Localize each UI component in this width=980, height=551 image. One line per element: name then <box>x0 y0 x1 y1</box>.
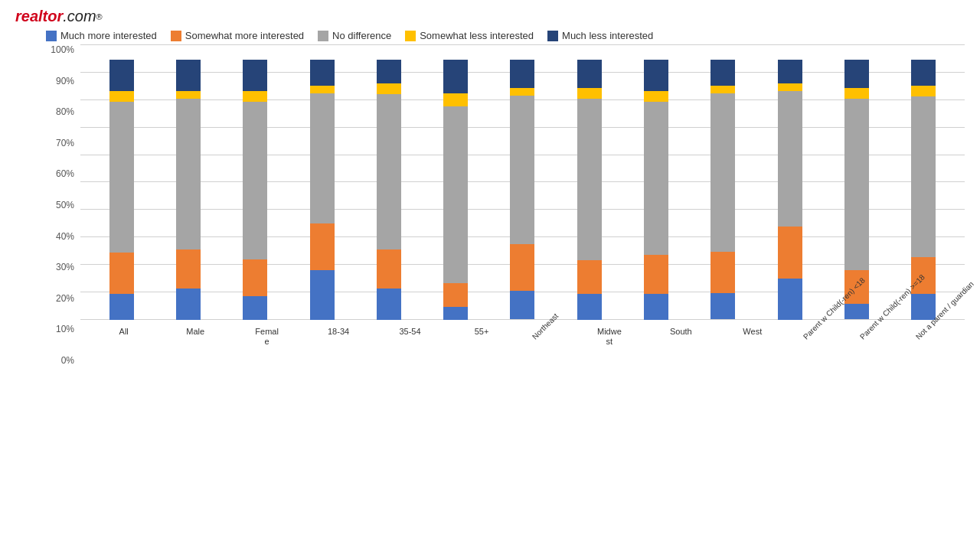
segment-somewhat_more <box>176 249 201 289</box>
segment-much_more <box>577 294 602 320</box>
bar-group <box>109 60 134 320</box>
segment-somewhat_more <box>778 227 802 279</box>
page: realtor .com ® Much more interestedSomew… <box>0 0 980 551</box>
legend-item: Somewhat more interested <box>171 30 304 41</box>
y-axis-label: 80% <box>56 106 74 117</box>
x-axis-label: 55+ <box>469 324 495 337</box>
stacked-bar <box>109 60 134 320</box>
legend-item: Much less interested <box>547 30 653 41</box>
x-axis-label: Male <box>182 324 208 337</box>
stacked-bar <box>443 60 468 320</box>
x-axis-label: Midwest <box>596 324 622 347</box>
segment-much_less <box>243 60 267 91</box>
x-labels: AllMaleFemale18-3435-5455+NortheastMidwe… <box>80 320 965 396</box>
segment-much_more <box>710 293 735 319</box>
segment-no_diff <box>310 93 335 223</box>
segment-somewhat_less <box>844 88 869 99</box>
stacked-bar <box>377 60 401 320</box>
segment-somewhat_more <box>510 244 534 291</box>
segment-much_more <box>310 270 335 320</box>
segment-much_less <box>377 60 401 83</box>
segment-much_less <box>176 60 201 91</box>
bar-group <box>778 60 802 320</box>
segment-somewhat_less <box>710 86 735 93</box>
segment-somewhat_less <box>911 86 936 96</box>
x-axis-label: South <box>668 324 694 337</box>
segment-much_less <box>577 60 602 88</box>
segment-somewhat_less <box>510 88 534 96</box>
segment-much_more <box>377 289 401 320</box>
logo-text: realtor <box>15 8 63 25</box>
legend-label: Much less interested <box>562 30 653 41</box>
segment-somewhat_more <box>710 252 735 293</box>
segment-much_more <box>443 307 468 320</box>
x-axis-label: 35-54 <box>397 324 423 337</box>
legend-color <box>318 31 328 41</box>
bar-group <box>577 60 602 320</box>
segment-no_diff <box>911 96 936 257</box>
x-axis-label: West <box>740 324 766 337</box>
segment-much_more <box>844 304 869 319</box>
segment-much_less <box>443 60 468 93</box>
segment-somewhat_more <box>377 249 401 289</box>
y-axis-label: 40% <box>56 231 74 242</box>
legend-label: Somewhat less interested <box>420 30 534 41</box>
bar-group <box>176 60 201 320</box>
segment-no_diff <box>109 102 134 253</box>
segment-somewhat_more <box>243 259 267 296</box>
legend-color <box>405 31 416 41</box>
logo: realtor .com ® <box>15 8 103 25</box>
segment-no_diff <box>577 99 602 260</box>
segment-somewhat_less <box>644 91 668 102</box>
x-axis-label: 18-34 <box>325 324 351 337</box>
segment-somewhat_more <box>577 260 602 294</box>
logo-registered: ® <box>96 12 103 21</box>
legend-color <box>547 31 558 41</box>
segment-no_diff <box>778 91 802 227</box>
x-axis-label: Female <box>254 324 280 347</box>
stacked-bar <box>510 60 534 320</box>
bar-group <box>443 60 468 320</box>
segment-somewhat_more <box>443 283 468 307</box>
y-axis-label: 30% <box>56 262 74 272</box>
y-axis-label: 100% <box>51 44 74 55</box>
segment-much_more <box>644 294 668 320</box>
y-axis-label: 50% <box>56 200 74 210</box>
y-axis-label: 90% <box>56 76 74 86</box>
bar-group <box>310 60 335 320</box>
segment-somewhat_less <box>310 86 335 93</box>
legend-item: No difference <box>318 30 391 41</box>
x-axis-label: All <box>111 324 137 337</box>
segment-somewhat_less <box>577 88 602 99</box>
stacked-bar <box>778 60 802 320</box>
segment-much_less <box>109 60 134 91</box>
legend-label: Much more interested <box>60 30 157 41</box>
chart-inner: AllMaleFemale18-3435-5455+NortheastMidwe… <box>80 44 965 396</box>
segment-much_more <box>778 279 802 320</box>
segment-somewhat_less <box>243 91 267 102</box>
legend-label: No difference <box>332 30 391 41</box>
segment-no_diff <box>510 96 534 244</box>
bars-container <box>80 44 965 320</box>
segment-no_diff <box>710 93 735 252</box>
segment-somewhat_less <box>176 91 201 99</box>
segment-somewhat_less <box>778 83 802 91</box>
segment-much_less <box>644 60 668 91</box>
segment-somewhat_more <box>109 253 134 294</box>
bar-group <box>377 60 401 320</box>
stacked-bar <box>243 60 267 320</box>
y-axis-label: 60% <box>56 168 74 179</box>
segment-much_more <box>176 289 201 320</box>
segment-no_diff <box>644 102 668 255</box>
y-axis-label: 0% <box>61 355 74 366</box>
segment-much_less <box>844 60 869 88</box>
stacked-bar <box>176 60 201 320</box>
segment-no_diff <box>844 99 869 270</box>
segment-much_less <box>510 60 534 88</box>
bar-group <box>644 60 668 320</box>
logo-dotcom: .com <box>63 8 96 25</box>
segment-much_more <box>243 296 267 320</box>
legend-color <box>171 31 181 41</box>
legend: Much more interestedSomewhat more intere… <box>0 25 980 44</box>
segment-much_less <box>310 60 335 86</box>
